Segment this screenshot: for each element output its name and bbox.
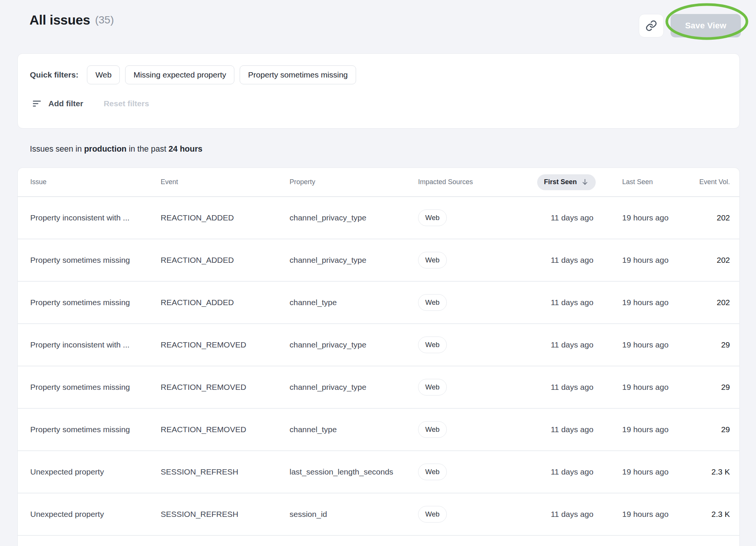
cell-first-seen: 11 days ago xyxy=(544,383,622,392)
quick-filter-chip-missing-expected-property[interactable]: Missing expected property xyxy=(125,65,234,84)
cell-issue: Unexpected property xyxy=(30,510,161,519)
source-badge: Web xyxy=(418,252,447,268)
cell-impacted-sources: Web xyxy=(418,506,544,523)
table-row[interactable]: Property sometimes missing REACTION_REMO… xyxy=(18,366,739,409)
add-filter-label: Add filter xyxy=(48,99,83,108)
column-header-first-seen: First Seen xyxy=(544,174,622,190)
column-header-event-vol[interactable]: Event Vol. xyxy=(688,178,730,186)
copy-link-button[interactable] xyxy=(639,14,664,37)
table-row[interactable]: Unexpected property SESSION_REFRESH last… xyxy=(18,451,739,493)
cell-event-vol: 202 xyxy=(688,256,730,265)
cell-last-seen: 19 hours ago xyxy=(622,298,688,307)
issues-scope-text: Issues seen in production in the past 24… xyxy=(30,144,202,154)
add-filter-button[interactable]: Add filter xyxy=(32,99,83,109)
cell-event-vol: 29 xyxy=(688,383,730,392)
cell-property: channel_privacy_type xyxy=(290,383,418,392)
source-badge: Web xyxy=(418,506,447,523)
source-badge: Web xyxy=(418,337,447,353)
cell-last-seen: 19 hours ago xyxy=(622,340,688,349)
source-badge: Web xyxy=(418,464,447,480)
cell-event-vol: 2.3 K xyxy=(688,467,730,476)
cell-first-seen: 11 days ago xyxy=(544,213,622,222)
cell-last-seen: 19 hours ago xyxy=(622,213,688,222)
cell-last-seen: 19 hours ago xyxy=(622,425,688,434)
cell-event: REACTION_REMOVED xyxy=(161,383,290,392)
column-header-impacted-sources[interactable]: Impacted Sources xyxy=(418,178,544,186)
table-row[interactable]: Property inconsistent with ... REACTION_… xyxy=(18,324,739,366)
cell-issue: Unexpected property xyxy=(30,467,161,476)
header-actions: Save View xyxy=(639,14,741,37)
info-environment: production xyxy=(84,144,126,154)
cell-first-seen: 11 days ago xyxy=(544,425,622,434)
cell-event-vol: 29 xyxy=(688,425,730,434)
cell-event: SESSION_REFRESH xyxy=(161,510,290,519)
table-row[interactable]: Property sometimes missing REACTION_REMO… xyxy=(18,409,739,451)
cell-event: REACTION_REMOVED xyxy=(161,425,290,434)
quick-filter-chip-property-sometimes-missing[interactable]: Property sometimes missing xyxy=(240,65,356,84)
cell-event: SESSION_REFRESH xyxy=(161,467,290,476)
cell-property: session_id xyxy=(290,510,418,519)
cell-last-seen: 19 hours ago xyxy=(622,256,688,265)
column-header-property[interactable]: Property xyxy=(290,178,418,186)
cell-event-vol: 2.3 K xyxy=(688,510,730,519)
sort-arrow-down-icon xyxy=(581,178,589,186)
issues-table: Issue Event Property Impacted Sources Fi… xyxy=(17,168,740,546)
table-header-row: Issue Event Property Impacted Sources Fi… xyxy=(18,168,739,197)
source-badge: Web xyxy=(418,294,447,311)
source-badge: Web xyxy=(418,421,447,438)
first-seen-sort-pill[interactable]: First Seen xyxy=(537,174,596,190)
cell-property: channel_type xyxy=(290,425,418,434)
cell-issue: Property inconsistent with ... xyxy=(30,213,161,222)
column-header-event[interactable]: Event xyxy=(161,178,290,186)
cell-impacted-sources: Web xyxy=(418,421,544,438)
quick-filters-row: Quick filters: Web Missing expected prop… xyxy=(30,65,356,84)
cell-impacted-sources: Web xyxy=(418,464,544,480)
cell-last-seen: 19 hours ago xyxy=(622,510,688,519)
source-badge: Web xyxy=(418,379,447,396)
cell-event: REACTION_ADDED xyxy=(161,256,290,265)
table-row[interactable]: Unexpected property SESSION_REFRESH sess… xyxy=(18,493,739,536)
table-row[interactable]: Property sometimes missing REACTION_ADDE… xyxy=(18,239,739,282)
cell-impacted-sources: Web xyxy=(418,294,544,311)
cell-issue: Property sometimes missing xyxy=(30,256,161,265)
first-seen-label: First Seen xyxy=(544,178,577,186)
quick-filters-card: Quick filters: Web Missing expected prop… xyxy=(17,53,740,129)
cell-first-seen: 11 days ago xyxy=(544,467,622,476)
reset-filters-button[interactable]: Reset filters xyxy=(104,99,149,108)
cell-impacted-sources: Web xyxy=(418,337,544,353)
cell-impacted-sources: Web xyxy=(418,209,544,226)
cell-property: channel_privacy_type xyxy=(290,340,418,349)
quick-filters-label: Quick filters: xyxy=(30,70,78,79)
cell-event-vol: 202 xyxy=(688,298,730,307)
cell-last-seen: 19 hours ago xyxy=(622,383,688,392)
cell-event: REACTION_REMOVED xyxy=(161,340,290,349)
filter-actions-row: Add filter Reset filters xyxy=(32,96,149,111)
save-view-button[interactable]: Save View xyxy=(671,14,741,37)
cell-last-seen: 19 hours ago xyxy=(622,467,688,476)
cell-property: channel_privacy_type xyxy=(290,256,418,265)
column-header-last-seen[interactable]: Last Seen xyxy=(622,178,688,186)
info-middle: in the past xyxy=(127,144,169,154)
cell-event-vol: 202 xyxy=(688,213,730,222)
quick-filter-chip-web[interactable]: Web xyxy=(87,65,120,84)
cell-issue: Property sometimes missing xyxy=(30,425,161,434)
page-header: All issues (35) xyxy=(29,0,114,40)
cell-event: REACTION_ADDED xyxy=(161,298,290,307)
table-row-partial[interactable] xyxy=(18,536,739,546)
issue-count-badge: (35) xyxy=(95,14,114,26)
page-title: All issues xyxy=(29,12,90,28)
column-header-issue[interactable]: Issue xyxy=(30,178,161,186)
cell-event-vol: 29 xyxy=(688,340,730,349)
link-icon xyxy=(645,20,657,32)
info-time-range: 24 hours xyxy=(169,144,203,154)
cell-property: channel_type xyxy=(290,298,418,307)
cell-impacted-sources: Web xyxy=(418,252,544,268)
cell-first-seen: 11 days ago xyxy=(544,340,622,349)
cell-first-seen: 11 days ago xyxy=(544,510,622,519)
table-row[interactable]: Property sometimes missing REACTION_ADDE… xyxy=(18,282,739,324)
cell-first-seen: 11 days ago xyxy=(544,256,622,265)
cell-issue: Property inconsistent with ... xyxy=(30,340,161,349)
cell-first-seen: 11 days ago xyxy=(544,298,622,307)
table-row[interactable]: Property inconsistent with ... REACTION_… xyxy=(18,197,739,239)
source-badge: Web xyxy=(418,209,447,226)
